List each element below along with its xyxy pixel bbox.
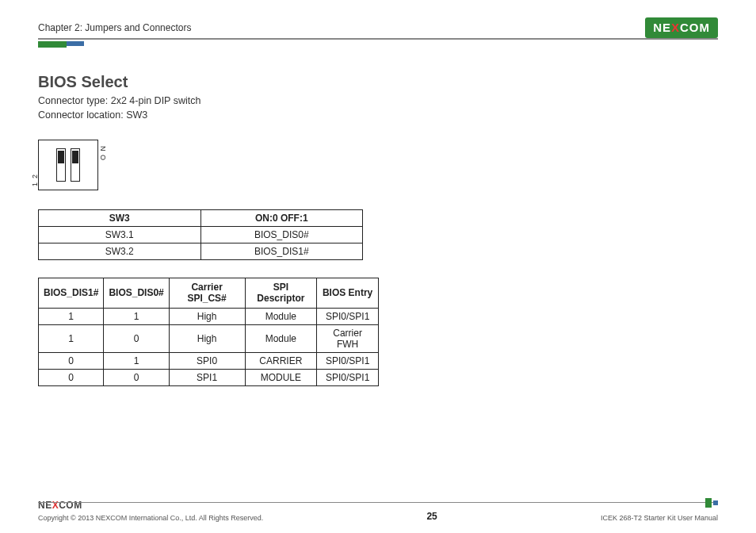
bios-header-3: SPI Descriptor — [245, 278, 317, 309]
brand-post: COM — [680, 21, 710, 34]
dip-pin2: 2 — [31, 174, 39, 178]
bios-header-0: BIOS_DIS1# — [39, 278, 104, 309]
bios-header-4: BIOS Entry — [317, 278, 379, 309]
sw3-header-1: ON:0 OFF:1 — [200, 210, 363, 227]
table-row: 0 1 SPI0 CARRIER SPI0/SPI1 — [39, 352, 379, 369]
table-row: BIOS_DIS1# BIOS_DIS0# Carrier SPI_CS# SP… — [39, 278, 379, 309]
brand-x: X — [671, 21, 680, 34]
sw3-cell: SW3.2 — [39, 243, 201, 260]
bios-cell: 0 — [104, 369, 169, 385]
table-row: SW3.2 BIOS_DIS1# — [39, 243, 363, 260]
bios-table: BIOS_DIS1# BIOS_DIS0# Carrier SPI_CS# SP… — [38, 278, 379, 386]
table-row: SW3.1 BIOS_DIS0# — [39, 227, 363, 243]
table-row: 0 0 SPI1 MODULE SPI0/SPI1 — [39, 369, 379, 385]
dip-on-label: O N — [99, 145, 107, 160]
section-title: BIOS Select — [38, 73, 379, 91]
dip-switch-diagram: O N 1 2 — [38, 140, 98, 190]
dip-handle-1 — [58, 151, 64, 163]
bottom-accent — [705, 498, 718, 508]
manual-title: ICEK 268-T2 Starter Kit User Manual — [601, 514, 718, 522]
bios-cell: 1 — [39, 324, 104, 352]
bios-cell: 1 — [39, 308, 104, 324]
bios-cell: CARRIER — [245, 352, 317, 369]
bios-cell: 0 — [39, 369, 104, 385]
bios-cell: SPI1 — [169, 369, 245, 385]
bios-header-2: Carrier SPI_CS# — [169, 278, 245, 309]
bios-cell: 1 — [104, 352, 169, 369]
table-row: SW3 ON:0 OFF:1 — [39, 210, 363, 227]
bios-cell: SPI0 — [169, 352, 245, 369]
bios-cell: 1 — [104, 308, 169, 324]
bottom-accent-green — [705, 498, 712, 508]
brand-pre: NE — [653, 21, 671, 34]
dip-num-labels: 1 2 — [31, 174, 39, 186]
top-accent-blue — [67, 41, 84, 46]
copyright-text: Copyright © 2013 NEXCOM International Co… — [38, 514, 263, 522]
connector-location: Connector location: SW3 — [38, 109, 379, 123]
bios-cell: 0 — [104, 324, 169, 352]
sw3-table: SW3 ON:0 OFF:1 SW3.1 BIOS_DIS0# SW3.2 BI… — [38, 209, 363, 260]
dip-slot-1 — [56, 148, 66, 182]
bottom-accent-blue — [713, 500, 718, 505]
page-number: 25 — [426, 511, 437, 522]
dip-pin1: 1 — [31, 182, 39, 186]
bios-cell: SPI0/SPI1 — [317, 352, 379, 369]
dip-handle-2 — [72, 151, 78, 163]
bios-cell: High — [169, 308, 245, 324]
bios-cell: SPI0/SPI1 — [317, 308, 379, 324]
bios-cell: 0 — [39, 352, 104, 369]
table-row: 1 1 High Module SPI0/SPI1 — [39, 308, 379, 324]
bios-cell: MODULE — [245, 369, 317, 385]
bios-cell: Module — [245, 324, 317, 352]
brand-logo: NEXCOM — [645, 17, 718, 38]
chapter-title: Chapter 2: Jumpers and Connectors — [38, 22, 191, 33]
bottom-divider — [38, 502, 718, 504]
bios-cell: Module — [245, 308, 317, 324]
bios-cell: SPI0/SPI1 — [317, 369, 379, 385]
sw3-cell: BIOS_DIS0# — [200, 227, 363, 243]
bios-header-1: BIOS_DIS0# — [104, 278, 169, 309]
table-row: 1 0 High Module Carrier FWH — [39, 324, 379, 352]
sw3-header-0: SW3 — [39, 210, 201, 227]
dip-slot-2 — [71, 148, 80, 182]
sw3-cell: BIOS_DIS1# — [200, 243, 363, 260]
sw3-cell: SW3.1 — [39, 227, 201, 243]
bios-cell: Carrier FWH — [317, 324, 379, 352]
connector-type: Connector type: 2x2 4-pin DIP switch — [38, 94, 379, 109]
bios-cell: High — [169, 324, 245, 352]
top-divider — [38, 38, 718, 40]
top-accent-green — [38, 41, 67, 48]
